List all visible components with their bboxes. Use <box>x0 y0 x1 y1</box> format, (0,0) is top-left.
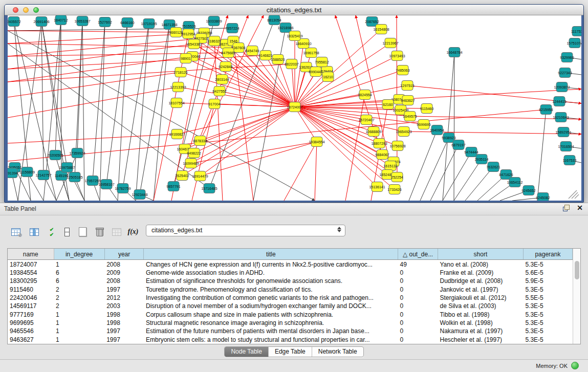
network-node[interactable]: 8215958 <box>539 105 553 115</box>
network-node[interactable]: 10975887 <box>59 163 75 172</box>
float-panel-icon[interactable] <box>563 205 570 211</box>
table-cell[interactable]: Yano et al. (2008) <box>438 260 523 269</box>
network-node[interactable]: 10719195 <box>141 19 157 29</box>
table-cell[interactable]: 22420046 <box>8 294 54 302</box>
table-cell[interactable]: 2 <box>54 294 104 302</box>
network-node[interactable]: 1167533 <box>563 156 577 165</box>
table-cell[interactable]: Genome-wide association studies in ADHD. <box>144 269 398 277</box>
table-cell[interactable]: 0 <box>398 302 438 310</box>
network-node[interactable]: 10756928 <box>389 141 405 151</box>
table-cell[interactable]: Disruption of a novel member of a sodium… <box>144 302 398 310</box>
table-cell[interactable]: 14569117 <box>8 302 54 310</box>
select-all-columns-button[interactable]: ✔✔ <box>44 224 59 239</box>
table-cell[interactable]: 1998 <box>104 311 144 319</box>
network-node[interactable]: 8475685 <box>221 48 235 58</box>
table-cell[interactable]: 2012 <box>104 294 144 302</box>
network-node[interactable]: 15136141 <box>369 182 385 192</box>
row-height-button[interactable] <box>59 224 75 239</box>
table-cell[interactable]: 0 <box>398 294 438 302</box>
network-node[interactable]: 10654112 <box>507 178 523 187</box>
table-cell[interactable]: Franke et al. (2009) <box>438 269 523 277</box>
network-node[interactable]: 20206505 <box>47 150 63 160</box>
table-cell[interactable]: 9777169 <box>8 311 54 319</box>
tab-network-table[interactable]: Network Table <box>312 347 363 357</box>
table-cell[interactable]: Stergiakouli et al. (2012) <box>438 294 523 302</box>
network-node[interactable]: 16210 <box>322 72 334 82</box>
table-cell[interactable]: 0 <box>398 269 438 277</box>
network-node[interactable]: 3824554 <box>358 90 372 100</box>
network-node[interactable]: 7632621 <box>486 162 500 172</box>
network-node[interactable]: 12213393 <box>170 82 186 92</box>
network-node[interactable]: 10653287 <box>74 16 90 26</box>
network-node[interactable]: 15716485 <box>201 184 217 193</box>
network-node[interactable]: 9329966 <box>560 53 574 62</box>
network-node[interactable]: 9245652 <box>521 186 535 195</box>
network-node[interactable]: 17016504 <box>558 142 574 151</box>
table-cell[interactable]: Estimation of significance thresholds fo… <box>144 277 398 285</box>
resize-grip[interactable] <box>572 192 578 199</box>
network-node[interactable]: 10688809 <box>365 127 381 137</box>
table-cell[interactable]: 2008 <box>104 260 144 269</box>
table-cell[interactable]: 5.3E-5 <box>523 302 572 310</box>
network-node[interactable]: 18107554 <box>168 98 184 108</box>
network-node[interactable]: 9498222 <box>187 148 201 158</box>
network-node[interactable]: 1840712 <box>54 15 68 25</box>
table-row[interactable]: 946362711997Embryonic stem cells: a mode… <box>8 336 573 344</box>
table-cell[interactable]: 1 <box>54 260 104 269</box>
network-node[interactable]: 8822037 <box>285 59 298 69</box>
table-cell[interactable]: 19384554 <box>8 269 54 277</box>
network-node[interactable]: 7485063 <box>396 65 409 75</box>
table-cell[interactable]: Tourette syndrome. Phenomenology and cla… <box>144 286 398 294</box>
network-node[interactable]: 1588520 <box>271 55 285 64</box>
table-cell[interactable]: 2003 <box>104 302 144 310</box>
network-node[interactable]: 12142757 <box>35 170 51 180</box>
network-node[interactable]: 16782759 <box>115 184 130 193</box>
table-row[interactable]: 911546021997Tourette syndrome. Phenomeno… <box>8 286 573 294</box>
table-cell[interactable]: Corpus callosum shape and size in male p… <box>144 311 398 319</box>
table-cell[interactable]: 0 <box>398 319 438 327</box>
network-node[interactable]: 15892951 <box>555 127 571 137</box>
table-cell[interactable]: 1 <box>54 327 104 335</box>
table-cell[interactable]: 5.3E-5 <box>523 319 572 327</box>
column-header[interactable]: △ out_de... <box>398 249 438 260</box>
network-node[interactable]: 8454749 <box>245 46 259 56</box>
function-builder-button[interactable]: f(x) <box>125 224 141 239</box>
new-table-button[interactable] <box>75 224 90 239</box>
network-node[interactable]: 19384554 <box>309 137 324 147</box>
column-header[interactable]: pagerank <box>523 249 572 260</box>
table-cell[interactable]: Hescheler et al. (1997) <box>438 336 523 344</box>
network-node[interactable]: 10973493 <box>389 51 405 61</box>
network-node[interactable]: 16154808 <box>373 25 389 34</box>
table-cell[interactable]: 2 <box>54 286 104 294</box>
network-canvas[interactable]: 2405572206914061840712106532871527602646… <box>8 15 581 201</box>
network-node[interactable]: 2935114 <box>475 155 489 164</box>
table-cell[interactable]: 5.3E-5 <box>523 311 572 319</box>
delete-table-button[interactable] <box>92 224 107 239</box>
table-cell[interactable]: 0 <box>398 286 438 294</box>
network-node[interactable]: 9115460 <box>420 104 434 114</box>
network-node[interactable]: 1640954 <box>430 125 444 135</box>
table-cell[interactable]: 1998 <box>104 319 144 327</box>
network-node[interactable]: 2718126 <box>173 68 187 77</box>
table-cell[interactable]: 1 <box>54 319 104 327</box>
network-node[interactable]: 1527602 <box>98 17 112 27</box>
network-node[interactable]: 20691406 <box>33 17 49 27</box>
network-node[interactable]: 18807293 <box>371 139 387 148</box>
table-cell[interactable]: 1997 <box>104 286 144 294</box>
table-row[interactable]: 969969511998Structural magnetic resonanc… <box>8 319 573 327</box>
network-node[interactable]: 16958107 <box>98 180 114 189</box>
network-node[interactable]: 6879197 <box>451 140 465 150</box>
table-cell[interactable]: 0 <box>398 311 438 319</box>
table-cell[interactable]: 18724007 <box>8 260 54 269</box>
network-node[interactable]: 2803144 <box>215 75 229 84</box>
network-node[interactable]: 9857791 <box>166 182 180 191</box>
table-cell[interactable]: 5.3E-5 <box>523 336 572 344</box>
table-cell[interactable]: Wolkin et al. (1998) <box>438 319 523 327</box>
network-node[interactable]: 9699695 <box>417 120 430 129</box>
network-node[interactable]: 7955812 <box>315 57 329 67</box>
table-cell[interactable]: 9465546 <box>8 327 54 335</box>
column-header[interactable]: short <box>438 249 523 260</box>
network-node[interactable]: 16033809 <box>206 16 222 26</box>
table-cell[interactable]: 9463627 <box>8 336 54 344</box>
table-row[interactable]: 977716911998Corpus callosum shape and si… <box>8 311 573 319</box>
